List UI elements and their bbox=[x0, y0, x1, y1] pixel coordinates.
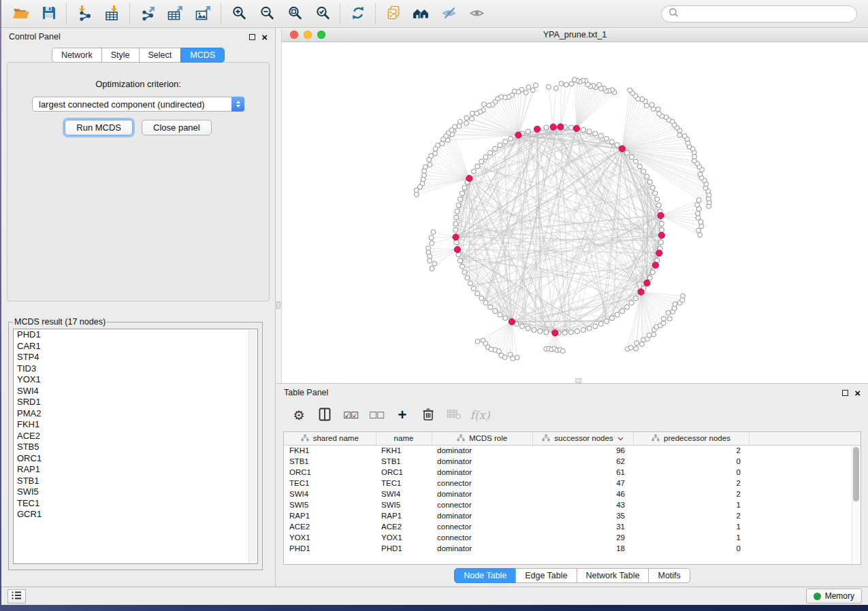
save-session-button[interactable] bbox=[35, 2, 63, 25]
table-cell[interactable]: 0 bbox=[633, 467, 749, 478]
mcds-result-item[interactable]: PMA2 bbox=[14, 408, 257, 420]
table-cell[interactable]: 96 bbox=[532, 445, 633, 456]
close-panel-icon-button[interactable]: × bbox=[261, 32, 268, 42]
table-cell[interactable]: PHD1 bbox=[284, 543, 376, 554]
table-row[interactable]: PHD1PHD1dominator180 bbox=[284, 543, 861, 554]
column-header-successor-nodes[interactable]: successor nodes bbox=[532, 432, 633, 445]
table-cell[interactable]: dominator bbox=[432, 489, 532, 499]
column-header-name[interactable]: name bbox=[376, 432, 432, 445]
tab-node-table[interactable]: Node Table bbox=[454, 568, 516, 583]
float-panel-button[interactable] bbox=[249, 34, 255, 40]
refresh-button[interactable] bbox=[344, 2, 372, 25]
import-network-button[interactable] bbox=[70, 2, 98, 25]
network-canvas[interactable] bbox=[282, 42, 868, 383]
tab-style[interactable]: Style bbox=[101, 48, 140, 63]
table-cell[interactable]: 0 bbox=[633, 543, 749, 554]
show-all-button[interactable] bbox=[463, 2, 491, 25]
mcds-result-item[interactable]: TEC1 bbox=[14, 498, 257, 510]
network-graph[interactable] bbox=[282, 42, 868, 383]
import-table-button[interactable] bbox=[98, 2, 126, 25]
table-cell[interactable]: RAP1 bbox=[284, 510, 376, 521]
table-cell[interactable]: connector bbox=[432, 478, 532, 489]
search-input[interactable] bbox=[683, 8, 850, 19]
table-cell[interactable]: dominator bbox=[432, 467, 532, 478]
table-cell[interactable]: 29 bbox=[532, 532, 633, 543]
column-header-predecessor-nodes[interactable]: predecessor nodes bbox=[633, 432, 749, 445]
mcds-result-item[interactable]: ORC1 bbox=[14, 453, 257, 465]
table-row[interactable]: ORC1ORC1dominator610 bbox=[284, 467, 861, 478]
table-cell[interactable]: 1 bbox=[633, 499, 749, 510]
criterion-select[interactable]: largest connected component (undirected) bbox=[32, 97, 244, 112]
open-session-button[interactable] bbox=[7, 2, 35, 25]
mcds-result-item[interactable]: STB5 bbox=[14, 442, 257, 453]
close-table-panel-button[interactable]: × bbox=[854, 388, 861, 398]
select-all-button[interactable]: ☑☑ bbox=[338, 405, 364, 425]
table-cell[interactable]: 47 bbox=[532, 478, 633, 489]
mcds-result-item[interactable]: YOX1 bbox=[14, 374, 257, 386]
mcds-result-item[interactable]: TID3 bbox=[14, 363, 257, 375]
result-list-scrollbar[interactable] bbox=[248, 330, 257, 563]
table-cell[interactable]: 1 bbox=[633, 532, 749, 543]
tab-motifs[interactable]: Motifs bbox=[648, 568, 690, 583]
zoom-out-button[interactable] bbox=[253, 2, 280, 25]
export-table-button[interactable] bbox=[161, 2, 189, 25]
mcds-result-item[interactable]: CAR1 bbox=[14, 341, 257, 352]
table-cell[interactable]: ORC1 bbox=[284, 467, 376, 478]
table-cell[interactable]: 31 bbox=[532, 521, 633, 532]
mcds-result-item[interactable]: RAP1 bbox=[14, 464, 257, 476]
close-panel-button[interactable]: Close panel bbox=[142, 120, 212, 135]
table-row[interactable]: TEC1TEC1connector472 bbox=[284, 478, 861, 489]
table-cell[interactable]: 2 bbox=[633, 445, 749, 456]
table-cell[interactable]: SWI5 bbox=[376, 499, 432, 510]
table-cell[interactable]: connector bbox=[432, 499, 532, 510]
tab-select[interactable]: Select bbox=[139, 48, 182, 63]
mcds-result-item[interactable]: SRD1 bbox=[14, 397, 257, 408]
table-row[interactable]: SWI4SWI4dominator462 bbox=[284, 489, 861, 499]
table-cell[interactable]: PHD1 bbox=[376, 543, 432, 554]
canvas-scroll-grip[interactable] bbox=[575, 378, 581, 383]
mcds-result-item[interactable]: PHD1 bbox=[14, 329, 257, 341]
tab-network[interactable]: Network bbox=[52, 48, 102, 63]
table-cell[interactable]: 46 bbox=[532, 489, 633, 499]
table-cell[interactable]: SWI5 bbox=[284, 499, 376, 510]
mcds-result-item[interactable]: SWI5 bbox=[14, 486, 257, 498]
table-cell[interactable]: 2 bbox=[633, 489, 749, 499]
memory-button[interactable]: Memory bbox=[806, 589, 862, 604]
show-columns-button[interactable] bbox=[312, 405, 338, 425]
table-scrollbar-thumb[interactable] bbox=[853, 447, 859, 501]
table-cell[interactable]: connector bbox=[432, 521, 532, 532]
table-cell[interactable]: TEC1 bbox=[284, 478, 376, 489]
delete-column-button[interactable] bbox=[415, 405, 441, 425]
table-cell[interactable]: 61 bbox=[532, 467, 633, 478]
table-row[interactable]: SWI5SWI5connector431 bbox=[284, 499, 861, 510]
table-cell[interactable]: SWI4 bbox=[376, 489, 432, 499]
window-close-dot[interactable] bbox=[290, 31, 298, 39]
float-table-panel-button[interactable] bbox=[842, 390, 848, 396]
task-history-button[interactable] bbox=[7, 589, 26, 604]
table-cell[interactable]: SWI4 bbox=[284, 489, 376, 499]
table-cell[interactable]: connector bbox=[432, 532, 532, 543]
table-cell[interactable]: 35 bbox=[532, 510, 633, 521]
table-row[interactable]: ACE2ACE2connector311 bbox=[284, 521, 861, 532]
table-row[interactable]: RAP1RAP1dominator352 bbox=[284, 510, 861, 521]
table-cell[interactable]: dominator bbox=[432, 445, 532, 456]
table-cell[interactable]: TEC1 bbox=[376, 478, 432, 489]
table-settings-button[interactable]: ⚙ bbox=[286, 405, 312, 425]
table-cell[interactable]: RAP1 bbox=[376, 510, 432, 521]
table-cell[interactable]: 0 bbox=[633, 456, 749, 467]
table-cell[interactable]: ACE2 bbox=[376, 521, 432, 532]
table-cell[interactable]: dominator bbox=[432, 543, 532, 554]
table-row[interactable]: STB1STB1dominator620 bbox=[284, 456, 861, 467]
table-cell[interactable]: ACE2 bbox=[284, 521, 376, 532]
table-cell[interactable]: dominator bbox=[432, 510, 532, 521]
splitter-grip-icon[interactable] bbox=[276, 301, 280, 309]
column-header-mcds-role[interactable]: MCDS role bbox=[432, 432, 532, 445]
duplicate-network-button[interactable] bbox=[379, 2, 407, 25]
table-cell[interactable]: FKH1 bbox=[376, 445, 432, 456]
table-cell[interactable]: STB1 bbox=[284, 456, 376, 467]
table-row[interactable]: FKH1FKH1dominator962 bbox=[284, 445, 861, 456]
tab-network-table[interactable]: Network Table bbox=[577, 568, 649, 583]
export-network-button[interactable] bbox=[133, 2, 161, 25]
zoom-fit-button[interactable] bbox=[280, 2, 308, 25]
tab-edge-table[interactable]: Edge Table bbox=[515, 568, 577, 583]
